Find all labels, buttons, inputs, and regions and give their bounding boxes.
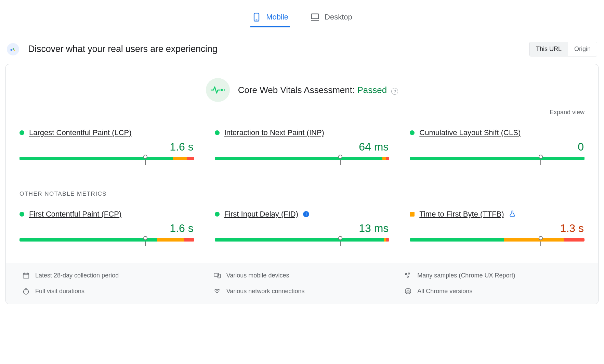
metric-first-contentful-paint-fcp-: First Contentful Paint (FCP)1.6 s — [19, 210, 194, 246]
svg-point-16 — [408, 273, 410, 274]
metric-value: 1.6 s — [19, 222, 194, 235]
tab-mobile[interactable]: Mobile — [250, 8, 290, 27]
toggle-origin[interactable]: Origin — [568, 42, 597, 56]
distribution-bar — [19, 157, 194, 165]
metric-name[interactable]: First Input Delay (FID) — [224, 210, 298, 219]
percentile-marker — [143, 155, 148, 160]
status-indicator — [19, 130, 24, 135]
metric-value: 64 ms — [215, 141, 390, 153]
footer-chrome: All Chrome versions — [404, 287, 582, 295]
assessment: Core Web Vitals Assessment: Passed ? Exp… — [19, 78, 585, 116]
expand-view[interactable]: Expand view — [550, 109, 585, 116]
section-title: Discover what your real users are experi… — [28, 44, 218, 54]
metric-largest-contentful-paint-lcp-: Largest Contentful Paint (LCP)1.6 s — [19, 128, 194, 165]
svg-point-7 — [220, 89, 222, 91]
status-indicator — [410, 212, 415, 217]
stopwatch-icon — [22, 287, 30, 295]
footer-duration: Full visit durations — [22, 287, 200, 295]
percentile-marker — [143, 236, 148, 242]
other-metrics-grid: First Contentful Paint (FCP)1.6 sFirst I… — [19, 210, 585, 246]
distribution-bar — [410, 157, 585, 165]
metric-name[interactable]: Time to First Byte (TTFB) — [419, 210, 504, 219]
svg-point-15 — [406, 273, 407, 275]
assessment-status: Passed — [357, 85, 387, 95]
metric-name[interactable]: First Contentful Paint (FCP) — [29, 210, 121, 219]
metric-time-to-first-byte-ttfb-: Time to First Byte (TTFB)1.3 s — [410, 210, 585, 246]
svg-line-25 — [409, 291, 411, 292]
crux-report-link[interactable]: Chrome UX Report — [461, 272, 513, 279]
vitals-card: Core Web Vitals Assessment: Passed ? Exp… — [5, 64, 599, 304]
metric-interaction-to-next-paint-inp-: Interaction to Next Paint (INP)64 ms — [215, 128, 390, 165]
tab-desktop[interactable]: Desktop — [309, 8, 354, 27]
metric-name[interactable]: Largest Contentful Paint (LCP) — [29, 128, 132, 137]
scatter-icon — [404, 272, 412, 279]
core-metrics-grid: Largest Contentful Paint (LCP)1.6 sInter… — [19, 128, 585, 165]
distribution-bar — [215, 238, 390, 246]
device-tabs: Mobile Desktop — [5, 0, 599, 27]
info-icon[interactable]: i — [303, 211, 309, 217]
chrome-icon — [404, 287, 412, 295]
svg-point-5 — [13, 48, 14, 49]
svg-point-18 — [24, 289, 29, 295]
scope-toggle: This URL Origin — [529, 42, 597, 56]
divider — [19, 180, 585, 180]
footer-network: Various network connections — [213, 287, 391, 295]
assessment-text: Core Web Vitals Assessment: Passed ? — [238, 85, 398, 95]
svg-point-22 — [407, 290, 409, 292]
status-indicator — [410, 130, 415, 135]
svg-point-8 — [224, 89, 225, 91]
mobile-icon — [252, 12, 261, 22]
svg-point-4 — [10, 49, 12, 51]
status-indicator — [215, 212, 220, 217]
metric-cumulative-layout-shift-cls-: Cumulative Layout Shift (CLS)0 — [410, 128, 585, 165]
percentile-marker — [338, 155, 343, 160]
distribution-bar — [215, 157, 390, 165]
distribution-bar — [410, 238, 585, 246]
metric-first-input-delay-fid-: First Input Delay (FID)i13 ms — [215, 210, 390, 246]
assessment-prefix: Core Web Vitals Assessment: — [238, 85, 357, 95]
help-icon[interactable]: ? — [391, 88, 398, 95]
svg-point-6 — [14, 49, 15, 51]
metric-value: 1.6 s — [19, 141, 194, 153]
toggle-this-url[interactable]: This URL — [530, 42, 568, 56]
devices-icon — [213, 272, 221, 279]
percentile-marker — [338, 236, 343, 242]
pulse-icon — [206, 78, 230, 102]
calendar-icon — [22, 272, 30, 279]
distribution-bar — [19, 238, 194, 246]
crux-icon — [7, 43, 19, 55]
percentile-marker — [538, 155, 543, 160]
metric-name[interactable]: Interaction to Next Paint (INP) — [224, 128, 324, 137]
tab-mobile-label: Mobile — [266, 13, 288, 22]
desktop-icon — [310, 12, 320, 22]
collection-footer: Latest 28-day collection period Various … — [6, 263, 598, 304]
metric-name[interactable]: Cumulative Layout Shift (CLS) — [419, 128, 521, 137]
footer-period: Latest 28-day collection period — [22, 272, 200, 279]
svg-point-17 — [407, 276, 408, 277]
status-indicator — [215, 130, 220, 135]
metric-value: 0 — [410, 141, 585, 153]
status-indicator — [19, 212, 24, 217]
svg-line-24 — [406, 291, 407, 292]
svg-rect-9 — [23, 273, 29, 278]
tab-desktop-label: Desktop — [325, 13, 352, 22]
metric-value: 13 ms — [215, 222, 390, 235]
footer-samples: Many samples (Chrome UX Report) — [404, 272, 582, 279]
flask-icon — [509, 210, 516, 218]
metric-value: 1.3 s — [410, 222, 585, 235]
section-header: Discover what your real users are experi… — [7, 42, 597, 56]
percentile-marker — [538, 236, 543, 242]
footer-devices: Various mobile devices — [213, 272, 391, 279]
svg-rect-2 — [312, 14, 319, 19]
network-icon — [213, 287, 221, 295]
other-metrics-heading: OTHER NOTABLE METRICS — [19, 191, 585, 197]
